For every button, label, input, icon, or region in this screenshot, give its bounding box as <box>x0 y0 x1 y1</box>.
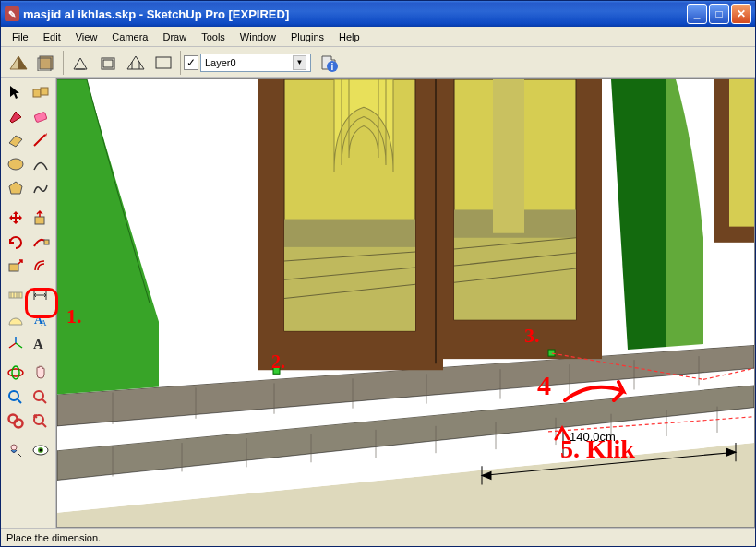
move-tool[interactable] <box>3 206 28 230</box>
svg-rect-56 <box>729 79 754 227</box>
zoom-window-tool[interactable] <box>3 409 28 433</box>
svg-point-18 <box>8 369 23 376</box>
zoom-tool[interactable] <box>3 385 28 409</box>
rectangle-tool[interactable] <box>3 128 28 152</box>
axes-tool[interactable] <box>3 331 28 355</box>
svg-text:A: A <box>33 337 43 351</box>
menu-plugins[interactable]: Plugins <box>283 30 331 44</box>
pushpull-tool[interactable] <box>28 206 53 230</box>
window-title: masjid al ikhlas.skp - SketchUp Pro [EXP… <box>23 7 289 21</box>
svg-rect-13 <box>9 264 18 271</box>
position-camera-tool[interactable] <box>3 438 28 462</box>
svg-rect-11 <box>35 217 44 224</box>
svg-point-19 <box>12 366 19 379</box>
offset-tool[interactable] <box>28 254 53 278</box>
svg-rect-8 <box>41 88 48 95</box>
svg-point-21 <box>34 391 43 400</box>
tape-tool[interactable] <box>3 283 28 307</box>
menu-bar: File Edit View Camera Draw Tools Window … <box>1 27 755 47</box>
look-around-tool[interactable] <box>28 438 53 462</box>
svg-text:A: A <box>41 318 47 327</box>
svg-point-20 <box>9 391 18 400</box>
svg-point-25 <box>11 445 17 450</box>
orbit-tool[interactable] <box>3 361 28 385</box>
title-bar: ✎ masjid al ikhlas.skp - SketchUp Pro [E… <box>1 1 755 27</box>
status-text: Place the dimension. <box>6 532 101 543</box>
menu-view[interactable]: View <box>68 30 105 44</box>
followme-tool[interactable] <box>28 230 53 254</box>
maximize-button[interactable]: □ <box>709 4 729 24</box>
arc-tool[interactable] <box>28 152 53 176</box>
text-tool[interactable]: AA <box>28 307 53 331</box>
layer-selected-label: Layer0 <box>205 57 236 68</box>
style-tex-icon[interactable] <box>150 50 176 76</box>
circle-tool[interactable] <box>3 152 28 176</box>
menu-edit[interactable]: Edit <box>36 30 68 44</box>
svg-rect-12 <box>44 240 49 244</box>
svg-rect-64 <box>284 220 415 247</box>
protractor-tool[interactable] <box>3 307 28 331</box>
menu-window[interactable]: Window <box>233 30 283 44</box>
style-shaded2-icon[interactable] <box>95 50 121 76</box>
annotation-arrow-icon <box>563 373 665 410</box>
close-button[interactable]: ✕ <box>731 4 751 24</box>
svg-point-28 <box>39 449 42 452</box>
minimize-button[interactable]: _ <box>687 4 707 24</box>
freehand-tool[interactable] <box>28 176 53 200</box>
svg-rect-63 <box>454 233 576 320</box>
svg-rect-4 <box>156 57 171 68</box>
dimension-label: 140.0cm <box>570 430 616 444</box>
svg-point-10 <box>8 159 23 170</box>
svg-point-23 <box>14 420 22 428</box>
layer-visible-check[interactable]: ✓ <box>184 55 198 70</box>
menu-camera[interactable]: Camera <box>104 30 155 44</box>
style-hiddenline-icon[interactable] <box>67 50 93 76</box>
polygon-tool[interactable] <box>3 176 28 200</box>
zoom-extents-tool[interactable] <box>28 385 53 409</box>
annotation-caret-icon <box>554 424 572 443</box>
pan-tool[interactable] <box>28 361 53 385</box>
eraser-tool[interactable] <box>28 104 53 128</box>
viewport[interactable]: 140.0cm 2. 3. 4 5. Klik <box>56 78 755 528</box>
style-shaded-icon[interactable] <box>6 50 31 76</box>
menu-help[interactable]: Help <box>331 30 367 44</box>
svg-rect-7 <box>33 89 41 97</box>
layer-info-icon[interactable]: i <box>317 51 341 75</box>
toolbar-left: AA A <box>1 78 56 528</box>
scale-tool[interactable] <box>3 254 28 278</box>
svg-rect-66 <box>493 79 524 233</box>
svg-text:i: i <box>331 62 334 72</box>
style-wireframe-icon[interactable] <box>33 50 59 76</box>
style-box-icon[interactable] <box>123 50 149 76</box>
layer-select[interactable]: Layer0 ▼ <box>200 54 311 72</box>
svg-rect-9 <box>33 112 46 123</box>
toolbar-top: ✓ Layer0 ▼ i <box>1 47 755 78</box>
svg-rect-73 <box>273 367 280 374</box>
3dtext-tool[interactable]: A <box>28 331 53 355</box>
rotate-tool[interactable] <box>3 230 28 254</box>
svg-rect-3 <box>103 60 113 67</box>
paint-tool[interactable] <box>3 104 28 128</box>
svg-rect-74 <box>548 350 555 356</box>
status-bar: Place the dimension. <box>1 528 755 546</box>
app-icon: ✎ <box>5 6 19 21</box>
menu-file[interactable]: File <box>5 30 36 44</box>
line-tool[interactable] <box>28 128 53 152</box>
menu-tools[interactable]: Tools <box>194 30 233 44</box>
previous-tool[interactable] <box>28 409 53 433</box>
select-tool[interactable] <box>3 80 28 104</box>
component-tool[interactable] <box>28 80 53 104</box>
scene: 140.0cm <box>57 79 754 527</box>
chevron-down-icon: ▼ <box>293 55 306 70</box>
dimension-tool[interactable] <box>28 283 53 307</box>
menu-draw[interactable]: Draw <box>155 30 194 44</box>
